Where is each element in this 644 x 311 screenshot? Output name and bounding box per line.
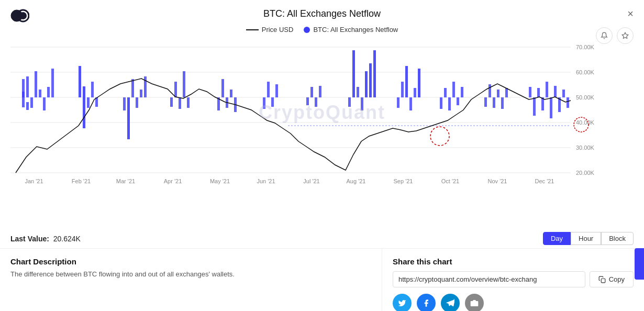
svg-rect-28 <box>35 71 37 97</box>
svg-rect-84 <box>497 90 499 97</box>
share-url-input[interactable] <box>393 271 585 287</box>
svg-rect-27 <box>26 76 29 97</box>
price-line-indicator <box>246 29 259 30</box>
copy-icon <box>598 276 606 283</box>
svg-rect-35 <box>87 97 90 108</box>
svg-text:Jun '21: Jun '21 <box>257 178 275 184</box>
svg-rect-70 <box>401 82 404 97</box>
svg-text:70.00K: 70.00K <box>576 44 595 50</box>
copy-button[interactable]: Copy <box>590 271 634 287</box>
day-button[interactable]: Day <box>543 232 571 245</box>
chart-container: 50.00K 25.00K 0 -25.00K -50.00K -75.00K … <box>10 37 634 188</box>
chart-svg: 50.00K 25.00K 0 -25.00K -50.00K -75.00K … <box>10 37 634 188</box>
page-title: BTC: All Exchanges Netflow <box>263 8 381 19</box>
svg-rect-61 <box>319 86 321 97</box>
svg-rect-43 <box>144 76 147 97</box>
chart-description: Chart Description The difference between… <box>0 249 382 311</box>
svg-rect-95 <box>562 90 565 97</box>
description-title: Chart Description <box>10 257 371 266</box>
svg-rect-31 <box>47 87 50 97</box>
svg-rect-25 <box>30 97 33 108</box>
svg-text:30.00K: 30.00K <box>576 145 595 151</box>
svg-rect-63 <box>352 50 355 97</box>
netflow-label: BTC: All Exchanges Netflow <box>313 26 398 34</box>
close-button[interactable]: × <box>627 8 634 19</box>
svg-rect-71 <box>405 66 408 97</box>
svg-rect-80 <box>461 87 463 97</box>
svg-point-97 <box>430 127 449 146</box>
svg-rect-78 <box>452 82 455 97</box>
time-buttons: Day Hour Block <box>543 232 634 245</box>
svg-text:20.00K: 20.00K <box>576 170 595 176</box>
svg-rect-66 <box>365 71 368 97</box>
svg-rect-89 <box>537 88 540 97</box>
svg-rect-85 <box>501 97 504 109</box>
svg-text:Jan '21: Jan '21 <box>25 178 43 184</box>
svg-rect-86 <box>505 88 508 97</box>
svg-rect-34 <box>83 86 85 128</box>
svg-rect-77 <box>448 97 451 110</box>
svg-rect-55 <box>267 82 270 97</box>
svg-rect-79 <box>457 97 459 105</box>
svg-rect-57 <box>275 84 278 97</box>
svg-rect-64 <box>357 87 359 97</box>
svg-rect-75 <box>440 97 442 109</box>
price-label: Price USD <box>262 26 294 34</box>
svg-rect-60 <box>315 97 317 107</box>
block-button[interactable]: Block <box>601 232 634 245</box>
svg-rect-44 <box>170 97 173 107</box>
svg-rect-67 <box>369 63 372 97</box>
telegram-button[interactable] <box>441 294 460 311</box>
svg-rect-62 <box>348 97 351 107</box>
modal-header: BTC: All Exchanges Netflow × <box>0 0 644 24</box>
svg-text:May '21: May '21 <box>210 178 230 184</box>
last-value-number: 20.624K <box>53 235 81 243</box>
svg-rect-45 <box>174 82 177 97</box>
svg-text:Jul '21: Jul '21 <box>303 178 319 184</box>
svg-rect-50 <box>221 79 224 97</box>
svg-rect-42 <box>140 90 142 97</box>
svg-text:Apr '21: Apr '21 <box>164 178 182 184</box>
svg-rect-52 <box>230 90 232 97</box>
svg-text:Aug '21: Aug '21 <box>347 178 366 184</box>
share-url-row: Copy <box>393 271 634 287</box>
svg-rect-29 <box>39 90 41 97</box>
svg-rect-96 <box>567 97 569 108</box>
camera-button[interactable] <box>465 294 484 311</box>
svg-rect-68 <box>373 50 376 97</box>
copy-label: Copy <box>609 275 625 283</box>
svg-rect-46 <box>179 97 181 109</box>
svg-rect-111 <box>601 279 605 283</box>
svg-text:50.00K: 50.00K <box>576 94 595 101</box>
svg-rect-39 <box>127 97 130 139</box>
svg-text:40.00K: 40.00K <box>576 119 595 126</box>
share-title: Share this chart <box>393 257 634 266</box>
chart-area: 50.00K 25.00K 0 -25.00K -50.00K -75.00K … <box>0 37 644 229</box>
svg-rect-91 <box>546 82 548 97</box>
legend-price: Price USD <box>246 26 294 34</box>
netflow-circle-indicator <box>304 27 310 33</box>
description-text: The difference between BTC flowing into … <box>10 270 371 278</box>
chart-legend: Price USD BTC: All Exchanges Netflow <box>0 24 644 37</box>
svg-rect-26 <box>22 79 25 97</box>
svg-rect-82 <box>488 84 491 97</box>
svg-rect-74 <box>418 69 420 97</box>
svg-rect-36 <box>91 82 94 97</box>
social-icons <box>393 294 634 311</box>
facebook-button[interactable] <box>417 294 436 311</box>
modal-container: BTC: All Exchanges Netflow × Price USD B… <box>0 0 644 311</box>
legend-netflow: BTC: All Exchanges Netflow <box>304 26 398 34</box>
svg-rect-38 <box>123 97 126 110</box>
scroll-indicator <box>635 248 644 280</box>
svg-rect-54 <box>263 97 265 109</box>
bottom-panel: Chart Description The difference between… <box>0 248 644 311</box>
twitter-button[interactable] <box>393 294 412 311</box>
logo <box>10 8 29 25</box>
svg-rect-73 <box>414 88 416 97</box>
svg-text:Sep '21: Sep '21 <box>394 178 413 184</box>
hour-button[interactable]: Hour <box>571 232 601 245</box>
svg-rect-81 <box>484 97 487 107</box>
svg-text:60.00K: 60.00K <box>576 69 595 75</box>
svg-text:Dec '21: Dec '21 <box>535 178 554 184</box>
chart-footer: Last Value: 20.624K Day Hour Block <box>0 229 644 248</box>
